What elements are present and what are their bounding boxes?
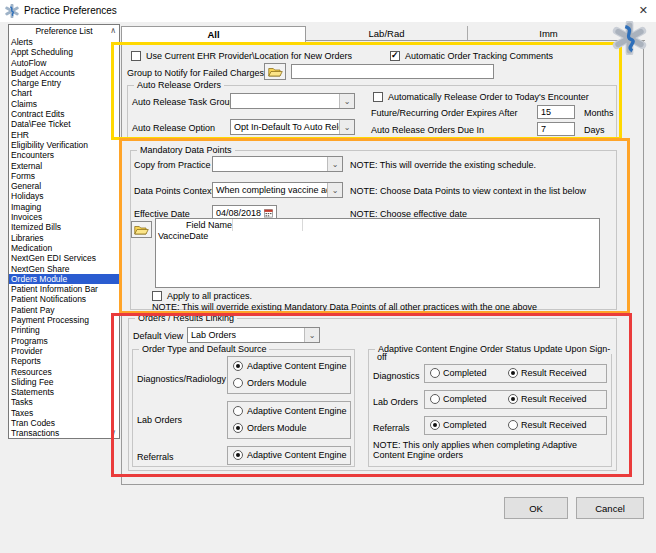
sidebar-item[interactable]: Alerts bbox=[9, 37, 119, 47]
note-apply-all: NOTE: This will override existing Mandat… bbox=[152, 302, 537, 312]
column-divider bbox=[302, 219, 303, 231]
tab-lab-rad[interactable]: Lab/Rad bbox=[306, 26, 468, 41]
sidebar-item[interactable]: Budget Accounts bbox=[9, 68, 119, 78]
sidebar-item[interactable]: EHR bbox=[9, 130, 119, 140]
referrals-ace-radio[interactable] bbox=[233, 450, 243, 460]
sidebar-item[interactable]: Patient Pay bbox=[9, 305, 119, 315]
scroll-up-icon[interactable]: ∧ bbox=[110, 27, 116, 35]
auto-order-tracking-checkbox[interactable] bbox=[390, 51, 400, 61]
auto-release-task-group-select[interactable]: ⌄ bbox=[230, 93, 355, 109]
field-name-list[interactable]: Field Name VaccineDate bbox=[155, 218, 600, 288]
sidebar-item[interactable]: NextGen EDI Services bbox=[9, 253, 119, 263]
ok-button[interactable]: OK bbox=[504, 497, 568, 519]
auto-release-today-checkbox[interactable] bbox=[373, 92, 383, 102]
column-divider bbox=[232, 219, 233, 231]
tab-all[interactable]: All bbox=[121, 26, 306, 42]
sidebar-item[interactable]: Imaging bbox=[9, 202, 119, 212]
sidebar-item[interactable]: Patient Notifications bbox=[9, 294, 119, 304]
lab-orders-label: Lab Orders bbox=[137, 415, 182, 425]
chevron-down-icon: ⌄ bbox=[339, 120, 354, 134]
diag-ace-radio[interactable] bbox=[233, 361, 243, 371]
default-view-select[interactable]: Lab Orders ⌄ bbox=[187, 327, 320, 343]
sidebar-item[interactable]: Data\Fee Ticket bbox=[9, 119, 119, 129]
note-context: NOTE: Choose Data Points to view context… bbox=[350, 186, 586, 196]
scroll-down-icon[interactable]: ∨ bbox=[110, 429, 116, 437]
sidebar-item-orders-module[interactable]: Orders Module bbox=[9, 274, 119, 284]
status-referrals-label: Referrals bbox=[373, 423, 410, 433]
status-diag-completed-radio[interactable] bbox=[430, 368, 440, 378]
sidebar-item[interactable]: Reports bbox=[9, 356, 119, 366]
field-name-column-header: Field Name bbox=[186, 220, 232, 230]
lab-ace-radio[interactable] bbox=[233, 406, 243, 416]
use-current-ehr-checkbox[interactable] bbox=[131, 51, 141, 61]
sidebar-item[interactable]: Taxes bbox=[9, 408, 119, 418]
list-item[interactable]: VaccineDate bbox=[156, 231, 599, 241]
sidebar-item[interactable]: Forms bbox=[9, 171, 119, 181]
status-diagnostics-label: Diagnostics bbox=[373, 371, 420, 381]
apply-all-practices-checkbox[interactable] bbox=[152, 291, 162, 301]
auto-release-orders-title: Auto Release Orders bbox=[134, 80, 224, 90]
sidebar-item[interactable]: Eligibility Verification bbox=[9, 140, 119, 150]
sidebar-item[interactable]: Provider bbox=[9, 346, 119, 356]
cancel-button[interactable]: Cancel bbox=[576, 497, 644, 519]
group-notify-folder-button[interactable] bbox=[264, 63, 286, 80]
sidebar-item[interactable]: Patient Information Bar bbox=[9, 284, 119, 294]
sidebar-item[interactable]: Invoices bbox=[9, 212, 119, 222]
copy-from-practice-select[interactable]: ⌄ bbox=[212, 156, 343, 172]
status-ref-completed-radio[interactable] bbox=[430, 420, 440, 430]
sidebar-item[interactable]: Claims bbox=[9, 99, 119, 109]
status-diag-result-radio[interactable] bbox=[508, 368, 518, 378]
sidebar-item[interactable]: Holidays bbox=[9, 191, 119, 201]
preference-list-header: Preference List bbox=[9, 25, 119, 37]
sidebar-item[interactable]: Charge Entry bbox=[9, 78, 119, 88]
status-diag-completed-label: Completed bbox=[443, 368, 487, 378]
copy-from-practice-label: Copy from Practice bbox=[134, 160, 211, 170]
calendar-icon[interactable] bbox=[264, 208, 273, 218]
expires-after-input[interactable] bbox=[537, 105, 575, 119]
sidebar-item[interactable]: Chart bbox=[9, 88, 119, 98]
diag-orders-module-radio[interactable] bbox=[233, 378, 243, 388]
sidebar-item[interactable]: AutoFlow bbox=[9, 58, 119, 68]
tab-imm[interactable]: Imm bbox=[468, 26, 630, 41]
chevron-down-icon: ⌄ bbox=[327, 157, 342, 171]
sidebar-item[interactable]: Programs bbox=[9, 336, 119, 346]
sidebar-item[interactable]: Transactions bbox=[9, 428, 119, 438]
sidebar-item[interactable]: Tasks bbox=[9, 397, 119, 407]
orders-due-in-input[interactable] bbox=[537, 122, 575, 136]
lab-orders-module-radio[interactable] bbox=[233, 423, 243, 433]
title-bar: Practice Preferences ✕ bbox=[0, 0, 656, 22]
status-lab-result-radio[interactable] bbox=[508, 394, 518, 404]
sidebar-item[interactable]: Itemized Bills bbox=[9, 222, 119, 232]
chevron-down-icon: ⌄ bbox=[304, 328, 319, 342]
sidebar-item[interactable]: Statements bbox=[9, 387, 119, 397]
diag-orders-module-label: Orders Module bbox=[247, 378, 307, 388]
sidebar-item[interactable]: General bbox=[9, 181, 119, 191]
auto-release-task-group-label: Auto Release Task Group bbox=[132, 97, 234, 107]
sidebar-item[interactable]: Sliding Fee bbox=[9, 377, 119, 387]
sidebar-item[interactable]: Printing bbox=[9, 325, 119, 335]
sidebar-item[interactable]: Payment Processing bbox=[9, 315, 119, 325]
status-ref-result-radio[interactable] bbox=[508, 420, 518, 430]
order-type-source-title: Order Type and Default Source bbox=[139, 344, 269, 354]
sidebar-item[interactable]: External bbox=[9, 161, 119, 171]
sidebar-item[interactable]: Encounters bbox=[9, 150, 119, 160]
data-points-context-select[interactable]: When completing vaccine ad ⌄ bbox=[212, 182, 343, 198]
close-icon[interactable]: ✕ bbox=[639, 4, 648, 17]
medical-cross-icon bbox=[611, 21, 648, 55]
sidebar-item[interactable]: Appt Scheduling bbox=[9, 47, 119, 57]
orders-due-in-label: Auto Release Orders Due In bbox=[371, 125, 484, 135]
auto-release-option-select[interactable]: Opt In-Default To Auto Relea ⌄ bbox=[230, 119, 355, 135]
sidebar-item[interactable]: NextGen Share bbox=[9, 264, 119, 274]
note-ace-only: NOTE: This only applies when completing … bbox=[373, 440, 606, 460]
sidebar-item[interactable]: Libraries bbox=[9, 233, 119, 243]
status-lab-completed-radio[interactable] bbox=[430, 394, 440, 404]
lab-orders-module-label: Orders Module bbox=[247, 423, 307, 433]
sidebar-item[interactable]: Resources bbox=[9, 367, 119, 377]
data-points-folder-button[interactable] bbox=[131, 221, 152, 238]
practice-preferences-dialog: Practice Preferences ✕ Preference List ∧… bbox=[0, 0, 656, 553]
data-points-context-label: Data Points Context bbox=[134, 186, 214, 196]
sidebar-item[interactable]: Medication bbox=[9, 243, 119, 253]
sidebar-item[interactable]: Contract Edits bbox=[9, 109, 119, 119]
sidebar-item[interactable]: Tran Codes bbox=[9, 418, 119, 428]
group-notify-input[interactable] bbox=[291, 64, 494, 79]
